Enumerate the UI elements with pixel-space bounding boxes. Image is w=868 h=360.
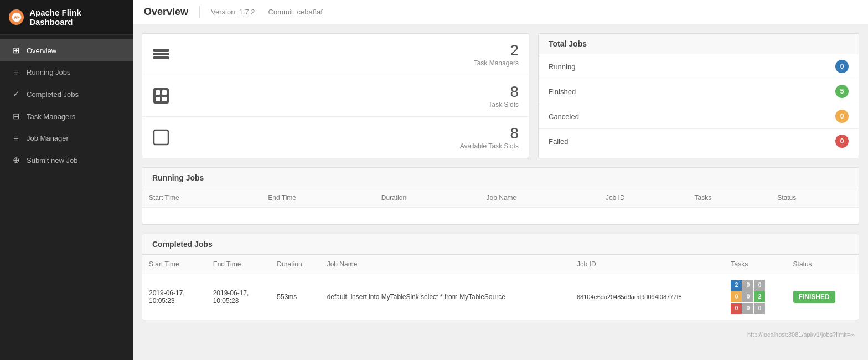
running-jobs-panel-body: Start Time End Time Duration Job Name Jo… <box>142 188 859 224</box>
task-slots-stat-icon <box>152 87 179 105</box>
running-badge: 0 <box>835 60 849 73</box>
total-jobs-header: Total Jobs <box>539 34 859 54</box>
svg-rect-5 <box>153 88 169 104</box>
rj-col-job-id: Job ID <box>599 188 688 208</box>
app-title: Apache Flink Dashboard <box>29 8 124 27</box>
rj-col-job-name: Job Name <box>480 188 599 208</box>
svg-rect-2 <box>153 49 169 52</box>
sidebar-item-task-managers[interactable]: ⊟ Task Managers <box>0 105 133 127</box>
commit-label: Commit: ceba8af <box>268 8 323 16</box>
completed-jobs-icon: ✓ <box>11 89 21 99</box>
sidebar-item-submit-job[interactable]: ⊕ Submit new Job <box>0 149 133 171</box>
sidebar-label-running-jobs: Running Jobs <box>27 68 71 76</box>
page-title: Overview <box>144 6 200 18</box>
avail-slots-stat-icon <box>152 128 179 146</box>
total-jobs-row-finished: Finished 5 <box>539 79 859 104</box>
sidebar-item-running-jobs[interactable]: ≡ Running Jobs <box>0 61 133 83</box>
svg-rect-6 <box>156 90 160 95</box>
running-jobs-panel: Running Jobs Start Time End Time Duratio… <box>142 167 859 225</box>
running-jobs-panel-header: Running Jobs <box>142 168 859 188</box>
running-jobs-table-header-row: Start Time End Time Duration Job Name Jo… <box>142 188 859 208</box>
cj-col-status: Status <box>787 255 859 274</box>
completed-jobs-panel-body: Start Time End Time Duration Job Name Jo… <box>142 255 859 320</box>
task-cell-r1c1: 0 <box>742 291 753 302</box>
task-cell-r1c0: 0 <box>731 291 742 302</box>
task-cell-r2c2: 0 <box>754 303 765 314</box>
running-jobs-icon: ≡ <box>11 68 21 77</box>
cj-end-time: 2019-06-17, 10:05:23 <box>206 274 271 320</box>
cj-tasks: 2 0 0 0 0 2 0 0 0 <box>724 274 786 320</box>
job-manager-icon: ≡ <box>11 133 21 143</box>
task-cell-r1c2: 2 <box>754 291 765 302</box>
cards-row: 2 Task Managers <box>142 33 859 158</box>
cj-job-name: default: insert into MyTableSink select … <box>321 274 570 320</box>
sidebar-label-submit-job: Submit new Job <box>27 156 78 164</box>
cj-status: FINISHED <box>787 274 859 320</box>
sidebar-label-overview: Overview <box>27 47 56 55</box>
cj-duration: 553ms <box>270 274 320 320</box>
cj-col-tasks: Tasks <box>724 255 786 274</box>
avail-slots-label: Available Task Slots <box>179 142 519 150</box>
task-managers-stat-icon <box>152 45 179 63</box>
stats-card: 2 Task Managers <box>142 33 529 158</box>
bottom-hint: http://localhost:8081/api/v1/jobs?limit=… <box>142 329 859 340</box>
submit-job-icon: ⊕ <box>11 155 21 165</box>
top-bar: Overview Version: 1.7.2 Commit: ceba8af <box>133 0 868 24</box>
rj-col-start-time: Start Time <box>142 188 261 208</box>
status-badge: FINISHED <box>793 291 835 303</box>
running-jobs-table: Start Time End Time Duration Job Name Jo… <box>142 188 859 224</box>
total-jobs-row-failed: Failed 0 <box>539 129 859 153</box>
rj-col-duration: Duration <box>375 188 480 208</box>
sidebar-nav: ⊞ Overview ≡ Running Jobs ✓ Completed Jo… <box>0 35 133 171</box>
overview-icon: ⊞ <box>11 45 21 55</box>
task-cell-r2c0: 0 <box>731 303 742 314</box>
total-jobs-row-canceled: Canceled 0 <box>539 104 859 129</box>
sidebar-label-job-manager: Job Manager <box>27 134 69 142</box>
task-grid: 2 0 0 0 0 2 0 0 0 <box>731 280 765 314</box>
task-managers-label: Task Managers <box>179 59 519 67</box>
canceled-label: Canceled <box>549 112 835 121</box>
task-slots-label: Task Slots <box>179 101 519 109</box>
stat-row-avail-slots: 8 Available Task Slots <box>142 117 529 158</box>
task-managers-value-wrap: 2 Task Managers <box>179 42 519 67</box>
cj-job-id: 68104e6da20485d9aed9d094f08777f8 <box>570 274 725 320</box>
cj-col-end-time: End Time <box>206 255 271 274</box>
rj-col-end-time: End Time <box>261 188 374 208</box>
stat-row-task-slots: 8 Task Slots <box>142 75 529 117</box>
sidebar-item-completed-jobs[interactable]: ✓ Completed Jobs <box>0 83 133 105</box>
avail-slots-count: 8 <box>179 125 519 142</box>
cj-col-job-id: Job ID <box>570 255 725 274</box>
task-cell-r0c2: 0 <box>754 280 765 291</box>
completed-jobs-table-body: 2019-06-17, 10:05:23 2019-06-17, 10:05:2… <box>142 274 859 320</box>
stat-row-task-managers: 2 Task Managers <box>142 34 529 75</box>
cj-col-start-time: Start Time <box>142 255 206 274</box>
finished-badge: 5 <box>835 85 849 98</box>
total-jobs-row-running: Running 0 <box>539 54 859 79</box>
task-cell-r0c1: 0 <box>742 280 753 291</box>
sidebar: AF Apache Flink Dashboard ⊞ Overview ≡ R… <box>0 0 133 360</box>
table-row[interactable]: 2019-06-17, 10:05:23 2019-06-17, 10:05:2… <box>142 274 859 320</box>
rj-col-status: Status <box>771 188 859 208</box>
completed-jobs-table: Start Time End Time Duration Job Name Jo… <box>142 255 859 320</box>
failed-label: Failed <box>549 137 835 146</box>
completed-jobs-panel: Completed Jobs Start Time End Time Durat… <box>142 234 859 320</box>
svg-rect-4 <box>153 56 169 59</box>
sidebar-item-job-manager[interactable]: ≡ Job Manager <box>0 127 133 149</box>
running-jobs-table-body <box>142 208 859 224</box>
sidebar-item-overview[interactable]: ⊞ Overview <box>0 39 133 61</box>
cj-start-time: 2019-06-17, 10:05:23 <box>142 274 206 320</box>
sidebar-label-completed-jobs: Completed Jobs <box>27 90 79 99</box>
svg-rect-8 <box>156 97 160 101</box>
task-cell-r0c0: 2 <box>731 280 742 291</box>
version-label: Version: 1.7.2 <box>211 8 255 16</box>
svg-rect-9 <box>162 97 167 101</box>
app-logo: AF <box>9 9 24 25</box>
finished-label: Finished <box>549 88 835 96</box>
running-label: Running <box>549 63 835 71</box>
task-slots-count: 8 <box>179 83 519 101</box>
running-jobs-empty-row <box>142 208 859 224</box>
svg-rect-3 <box>153 53 169 55</box>
completed-jobs-panel-header: Completed Jobs <box>142 234 859 255</box>
cj-col-job-name: Job Name <box>321 255 570 274</box>
failed-badge: 0 <box>835 135 849 148</box>
